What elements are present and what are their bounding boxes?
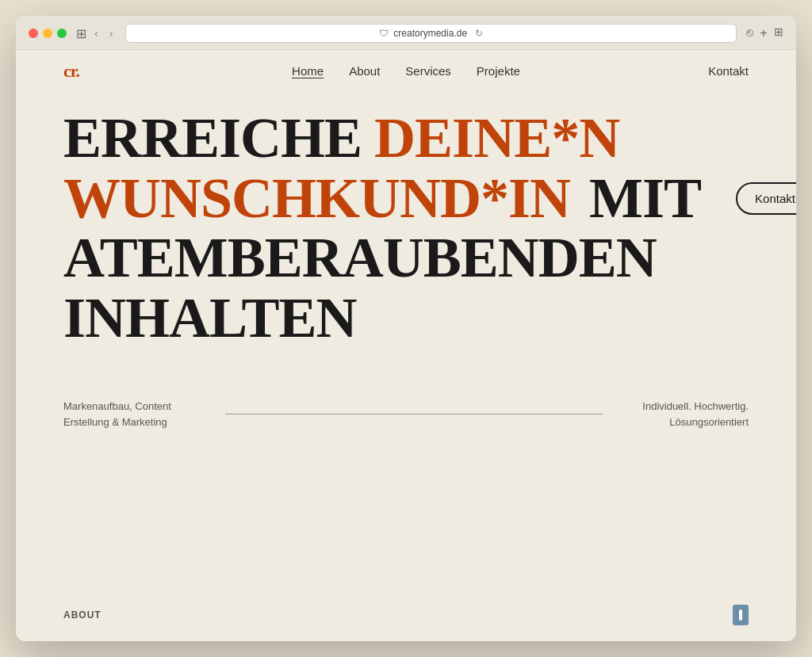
tabs-icon[interactable]: ⊞	[774, 25, 783, 41]
hero-section: ERREICHE DEINE*N WUNSCHKUND*IN MIT Konta…	[16, 93, 796, 380]
browser-chrome: ⊞ ‹ › 🛡 creatorymedia.de ↻ ⎋ + ⊞	[16, 16, 796, 50]
browser-controls: ⊞ ‹ ›	[76, 25, 116, 41]
maximize-button[interactable]	[57, 29, 67, 38]
website-content: cr. Home About Services Projekte Kontakt	[16, 50, 796, 641]
nav-link-home[interactable]: Home	[292, 64, 324, 78]
refresh-icon[interactable]: ↻	[475, 28, 483, 39]
footer-icon[interactable]	[733, 605, 749, 625]
nav-link-services[interactable]: Services	[405, 64, 451, 78]
info-right-line2: Lösungsorientiert	[622, 414, 749, 430]
nav-link-about[interactable]: About	[349, 64, 380, 78]
shield-icon: 🛡	[379, 28, 389, 39]
info-right-line1: Individuell. Hochwertig.	[622, 399, 749, 414]
headline-erreiche: ERREICHE	[63, 109, 362, 169]
forward-button[interactable]: ›	[106, 25, 117, 41]
sidebar-toggle-icon[interactable]: ⊞	[76, 26, 86, 41]
footer-about-label[interactable]: ABOUT	[63, 609, 102, 621]
nav-links: Home About Services Projekte	[292, 64, 520, 78]
headline-mit: MIT	[589, 169, 701, 229]
browser-actions: ⎋ + ⊞	[746, 25, 783, 41]
nav-item-about[interactable]: About	[349, 64, 380, 78]
info-bar: Markenaufbau, Content Erstellung & Marke…	[16, 399, 796, 430]
share-icon[interactable]: ⎋	[746, 25, 753, 41]
nav-kontakt[interactable]: Kontakt	[708, 64, 749, 78]
address-bar[interactable]: 🛡 creatorymedia.de ↻	[125, 24, 737, 43]
headline-deinen: DEINE*N	[374, 109, 619, 169]
headline-line2: WUNSCHKUND*IN MIT Kontaktiere uns	[63, 169, 749, 229]
headline-line3: ATEMBERAUBENDEN INHALTEN	[63, 228, 749, 348]
cta-button[interactable]: Kontaktiere uns	[736, 182, 796, 215]
nav-item-projekte[interactable]: Projekte	[477, 64, 520, 78]
url-text: creatorymedia.de	[393, 28, 467, 39]
footer-icon-shape	[739, 609, 742, 621]
nav-item-services[interactable]: Services	[405, 64, 451, 78]
headline-wunschkundin: WUNSCHKUND*IN	[63, 169, 570, 229]
nav-link-projekte[interactable]: Projekte	[477, 64, 520, 78]
info-left-line1: Markenaufbau, Content	[63, 399, 206, 414]
traffic-lights	[29, 29, 67, 38]
kontakt-link[interactable]: Kontakt	[708, 64, 749, 78]
navigation: cr. Home About Services Projekte Kontakt	[16, 50, 796, 93]
close-button[interactable]	[29, 29, 38, 38]
info-right: Individuell. Hochwertig. Lösungsorientie…	[622, 399, 749, 430]
headline-line1: ERREICHE DEINE*N	[63, 109, 749, 169]
hero-headline: ERREICHE DEINE*N WUNSCHKUND*IN MIT Konta…	[63, 109, 749, 348]
info-divider	[225, 414, 603, 414]
new-tab-icon[interactable]: +	[760, 25, 768, 41]
back-button[interactable]: ‹	[91, 25, 102, 41]
browser-window: ⊞ ‹ › 🛡 creatorymedia.de ↻ ⎋ + ⊞ cr. Hom…	[16, 16, 796, 641]
page-footer: ABOUT	[16, 592, 796, 641]
info-left-line2: Erstellung & Marketing	[63, 414, 206, 430]
nav-item-home[interactable]: Home	[292, 64, 324, 78]
minimize-button[interactable]	[43, 29, 52, 38]
logo[interactable]: cr.	[63, 61, 79, 82]
info-left: Markenaufbau, Content Erstellung & Marke…	[63, 399, 206, 430]
spacer	[16, 430, 796, 592]
